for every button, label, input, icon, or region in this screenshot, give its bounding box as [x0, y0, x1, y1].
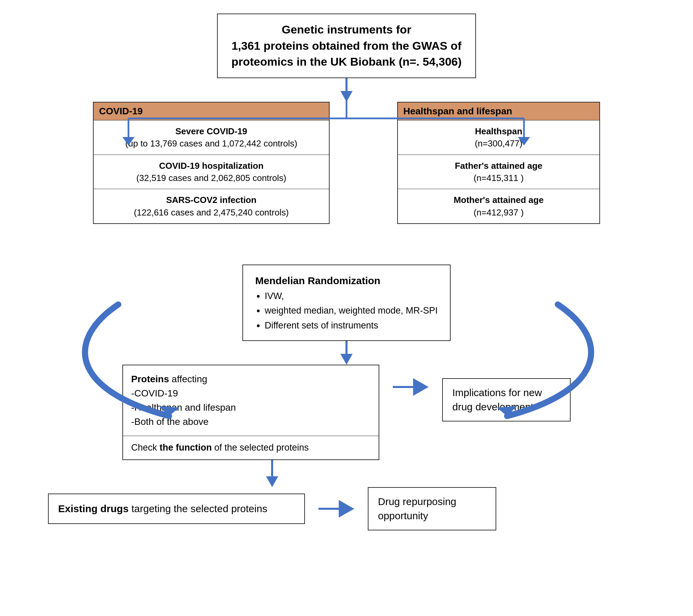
proteins-both: -Both of the above — [131, 417, 209, 427]
health-row-3-title: Mother's attained age — [404, 194, 593, 206]
function-keyword: the function — [160, 442, 212, 453]
existing-keyword: Existing drugs — [58, 503, 128, 514]
proteins-affecting: affecting — [172, 374, 207, 384]
mr-bullets: IVW, weighted median, weighted mode, MR-… — [265, 289, 438, 333]
repurpose-box: Drug repurposing opportunity — [368, 487, 496, 531]
mr-title: Mendelian Randomization — [255, 273, 438, 289]
covid-row-2-title: COVID-19 hospitalization — [100, 160, 322, 172]
proteins-top: Proteins affecting -COVID-19 -Healthspan… — [123, 365, 379, 436]
covid-row-1-title: Severe COVID-19 — [100, 125, 322, 137]
health-row-2: Father's attained age (n=415,311 ) — [398, 155, 599, 189]
top-box: Genetic instruments for 1,361 proteins o… — [217, 14, 476, 78]
arrow-repurpose-wrapper — [318, 500, 354, 518]
top-line2: 1,361 proteins obtained from the GWAS of — [232, 39, 461, 52]
mr-bullet-2: weighted median, weighted mode, MR-SPI — [265, 304, 438, 318]
proteins-row: Proteins affecting -COVID-19 -Healthspan… — [20, 365, 673, 460]
arrow-down-existing — [266, 476, 278, 487]
covid-row-3: SARS-COV2 infection (122,616 cases and 2… — [94, 189, 329, 223]
mr-bullet-3: Different sets of instruments — [265, 318, 438, 333]
covid-row-3-title: SARS-COV2 infection — [100, 194, 322, 206]
arrow-line-mr — [345, 341, 348, 354]
health-row-2-subtitle: (n=415,311 ) — [404, 172, 593, 184]
health-header-text: Healthspan and lifespan — [403, 106, 512, 116]
mr-box: Mendelian Randomization IVW, weighted me… — [242, 265, 451, 341]
check-text-suffix: of the selected proteins — [212, 442, 309, 453]
covid-row-1-subtitle: (up to 13,769 cases and 1,072,442 contro… — [100, 137, 322, 150]
curved-arrow-spacer — [20, 224, 673, 265]
diagram-container: Genetic instruments for 1,361 proteins o… — [0, 0, 693, 616]
arrow-right-implications — [413, 378, 429, 396]
existing-box: Existing drugs targeting the selected pr… — [48, 494, 305, 524]
health-row-1-subtitle: (n=300,477) — [404, 137, 593, 150]
arrow-line-repurpose — [318, 508, 339, 510]
proteins-keyword: Proteins — [131, 374, 169, 384]
health-header: Healthspan and lifespan — [398, 102, 599, 120]
covid-box: COVID-19 Severe COVID-19 (up to 13,769 c… — [93, 102, 330, 224]
covid-row-3-subtitle: (122,616 cases and 2,475,240 controls) — [100, 206, 322, 218]
existing-row: Existing drugs targeting the selected pr… — [0, 487, 598, 531]
health-row-2-title: Father's attained age — [404, 160, 593, 172]
arrow-line-top — [345, 78, 348, 91]
two-col-row: COVID-19 Severe COVID-19 (up to 13,769 c… — [20, 102, 673, 224]
health-row-3-subtitle: (n=412,937 ) — [404, 206, 593, 218]
health-row-1: Healthspan (n=300,477) — [398, 120, 599, 155]
proteins-bottom: Check the function of the selected prote… — [123, 436, 379, 460]
repurpose-text: Drug repurposing opportunity — [378, 496, 456, 521]
arrow-right-repurpose — [339, 500, 354, 518]
proteins-covid: -COVID-19 — [131, 388, 178, 399]
covid-row-2: COVID-19 hospitalization (32,519 cases a… — [94, 155, 329, 189]
arrow-implications-wrapper — [393, 378, 429, 396]
health-box: Healthspan and lifespan Healthspan (n=30… — [397, 102, 600, 224]
arrow-down-mr — [340, 354, 353, 365]
proteins-health: -Healthspan and lifespan — [131, 402, 236, 413]
covid-row-1: Severe COVID-19 (up to 13,769 cases and … — [94, 120, 329, 155]
arrow-line-existing — [271, 460, 273, 476]
existing-suffix: targeting the selected proteins — [132, 503, 268, 514]
proteins-box: Proteins affecting -COVID-19 -Healthspan… — [122, 365, 379, 460]
covid-row-2-subtitle: (32,519 cases and 2,062,805 controls) — [100, 172, 322, 184]
implications-box: Implications for new drug development — [442, 378, 571, 422]
covid-header: COVID-19 — [94, 102, 329, 120]
check-text-prefix: Check — [131, 442, 160, 453]
mr-bullet-1: IVW, — [265, 289, 438, 304]
arrow-line-implications — [393, 386, 413, 388]
health-row-1-title: Healthspan — [404, 125, 593, 137]
implications-text: Implications for new drug development — [452, 387, 542, 412]
covid-header-text: COVID-19 — [99, 106, 143, 116]
arrow-existing-wrapper — [266, 460, 278, 487]
arrow-down-top — [340, 91, 353, 102]
top-line3: proteomics in the UK Biobank (n=. 54,306… — [231, 55, 461, 68]
health-row-3: Mother's attained age (n=412,937 ) — [398, 189, 599, 223]
top-line1: Genetic instruments for — [282, 23, 411, 36]
